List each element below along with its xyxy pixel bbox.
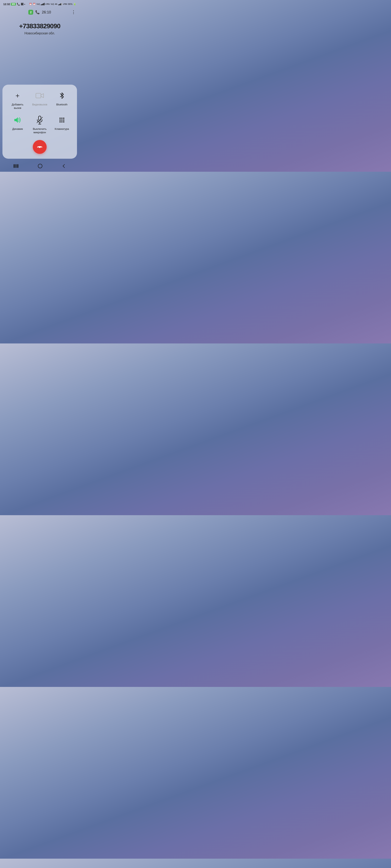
battery-icon: 🔋 bbox=[73, 3, 76, 5]
bluetooth-label: Bluetooth bbox=[56, 103, 67, 106]
action-panel: ＋ Добавитьвызов Видеовызов Bluetooth bbox=[2, 85, 77, 159]
svg-rect-7 bbox=[38, 164, 42, 168]
nav-bar bbox=[0, 161, 79, 172]
alarm2-icon: ⏰ bbox=[33, 3, 36, 5]
end-call-button[interactable] bbox=[33, 140, 47, 154]
alarm-icon: ⏰ bbox=[29, 3, 32, 5]
call-number-badge: 2 bbox=[28, 10, 33, 14]
bluetooth-icon bbox=[59, 92, 65, 100]
speaker-label: Динамик bbox=[12, 127, 23, 131]
4g-label: 4G bbox=[55, 3, 57, 5]
call-timer: 26:10 bbox=[42, 10, 51, 14]
speaker-icon-wrap bbox=[12, 115, 23, 125]
action-grid: ＋ Добавитьвызов Видеовызов Bluetooth bbox=[6, 90, 73, 134]
keypad-icon bbox=[59, 118, 64, 123]
mute-icon-wrap bbox=[34, 115, 45, 125]
keypad-label: Клавиатура bbox=[55, 127, 69, 131]
plus-icon: ＋ bbox=[14, 91, 21, 100]
call-header: 2 📞 26:10 ⋮ bbox=[0, 7, 79, 16]
lte1-label: LTE1 bbox=[46, 3, 50, 5]
phone-info: +73833829090 Новосибирская обл. bbox=[0, 16, 79, 39]
bluetooth-icon-wrap bbox=[57, 90, 67, 101]
svg-rect-0 bbox=[36, 93, 41, 98]
lte2-label: LTE2 bbox=[63, 3, 67, 5]
clock: 12:32 bbox=[3, 3, 10, 6]
speaker-icon bbox=[13, 116, 22, 124]
more-options-button[interactable]: ⋮ bbox=[71, 10, 76, 14]
end-call-wrap bbox=[6, 140, 73, 154]
svg-rect-6 bbox=[17, 164, 18, 168]
svg-rect-5 bbox=[16, 164, 17, 168]
phone-status-icon: 📞 bbox=[17, 3, 20, 6]
battery-text: 86% bbox=[68, 3, 73, 5]
dot-status: • bbox=[24, 3, 25, 6]
image-status-icon: 🖼 bbox=[21, 3, 23, 6]
svg-rect-4 bbox=[13, 164, 15, 168]
keypad-button[interactable]: Клавиатура bbox=[51, 115, 73, 134]
status-bar: 12:32 WB 📞 🖼 • ⏰ ⏰ Vol) LTE1 Vol) 4G L bbox=[0, 0, 79, 7]
end-call-icon bbox=[36, 144, 43, 150]
video-call-button[interactable]: Видеовызов bbox=[29, 90, 51, 110]
mute-container bbox=[36, 116, 43, 125]
video-call-label: Видеовызов bbox=[32, 103, 47, 106]
signal-bars-2 bbox=[58, 3, 62, 5]
keypad-icon-wrap bbox=[57, 115, 67, 125]
speaker-button[interactable]: Динамик bbox=[6, 115, 29, 134]
status-right: ⏰ ⏰ Vol) LTE1 Vol) 4G LTE2 86% 🔋 bbox=[29, 3, 76, 5]
add-call-button[interactable]: ＋ Добавитьвызов bbox=[6, 90, 29, 110]
signal-label-1: Vol) bbox=[36, 3, 40, 5]
status-left: 12:32 WB 📞 🖼 • bbox=[3, 3, 25, 6]
back-icon bbox=[62, 163, 66, 168]
back-button[interactable] bbox=[62, 163, 66, 168]
recent-apps-icon bbox=[13, 164, 19, 168]
phone-number: +73833829090 bbox=[3, 22, 76, 30]
add-call-label: Добавитьвызов bbox=[12, 103, 23, 110]
recent-apps-button[interactable] bbox=[13, 164, 19, 168]
add-call-icon-wrap: ＋ bbox=[12, 90, 23, 101]
phone-icon-header: 📞 bbox=[35, 10, 40, 14]
home-icon bbox=[38, 163, 43, 168]
video-call-icon-wrap bbox=[34, 90, 45, 101]
signal-label-2: Vol) bbox=[51, 3, 54, 5]
home-button[interactable] bbox=[38, 163, 43, 168]
mute-label: Выключитьмикрофон bbox=[33, 127, 47, 134]
bluetooth-button[interactable]: Bluetooth bbox=[51, 90, 73, 110]
signal-bars-1 bbox=[41, 3, 45, 5]
video-icon bbox=[36, 93, 44, 98]
mute-button[interactable]: Выключитьмикрофон bbox=[29, 115, 51, 134]
phone-region: Новосибирская обл. bbox=[3, 32, 76, 35]
wb-badge: WB bbox=[11, 3, 16, 5]
